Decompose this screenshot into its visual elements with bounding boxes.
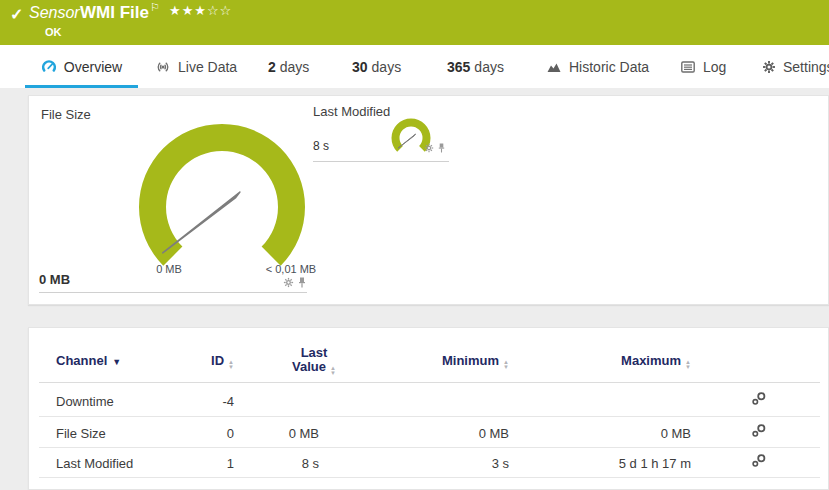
column-header-minimum[interactable]: Minimum▲▼ xyxy=(409,353,509,370)
channel-last-value: 0 MB xyxy=(229,426,319,441)
channel-minimum: 0 MB xyxy=(409,426,509,441)
channel-settings-icon[interactable] xyxy=(751,454,767,468)
column-header-label: Last xyxy=(301,345,328,360)
tab-30-days[interactable]: 30 days xyxy=(352,45,401,88)
tab-settings[interactable]: Settings xyxy=(762,45,829,88)
header-divider xyxy=(39,382,820,383)
live-data-icon xyxy=(155,59,171,75)
priority-stars[interactable]: ★★★☆☆ xyxy=(169,3,232,18)
sensor-overview-page: ✓ Sensor WMI File ⚐ ★★★☆☆ OK Overview Li… xyxy=(0,0,829,490)
sort-icon[interactable]: ▲▼ xyxy=(330,366,336,376)
tab-live-data[interactable]: Live Data xyxy=(155,45,237,88)
last-modified-current-value: 8 s xyxy=(313,139,329,153)
pin-icon[interactable] xyxy=(437,143,446,153)
channel-name: Downtime xyxy=(56,394,114,409)
column-header-last-value[interactable]: Last Value▲▼ xyxy=(259,346,369,376)
last-modified-widget-divider xyxy=(313,161,449,162)
tab-365-days[interactable]: 365 days xyxy=(447,45,504,88)
channel-last-value: 8 s xyxy=(229,456,319,471)
sensor-kind-label: Sensor xyxy=(29,4,80,22)
chevron-down-icon: ▼ xyxy=(112,357,121,367)
tab-label: days xyxy=(280,59,310,75)
file-size-widget-divider xyxy=(39,292,307,293)
tab-label: days xyxy=(474,59,504,75)
gear-icon[interactable] xyxy=(424,143,434,153)
channel-minimum: 3 s xyxy=(409,456,509,471)
tab-log[interactable]: Log xyxy=(680,45,726,88)
gauge-scale-max: < 0,01 MB xyxy=(233,263,349,275)
flag-icon[interactable]: ⚐ xyxy=(150,1,160,14)
column-header-channel[interactable]: Channel▼ xyxy=(56,353,121,368)
sensor-status-header: ✓ Sensor WMI File ⚐ ★★★☆☆ OK xyxy=(0,0,829,45)
tab-bar: Overview Live Data 2 days 30 days 365 da… xyxy=(0,45,829,88)
gauges-panel: File Size 0 MB < 0,01 MB 0 MB xyxy=(28,95,829,305)
tab-number: 30 xyxy=(352,59,368,75)
file-size-current-value: 0 MB xyxy=(39,272,70,287)
gear-icon[interactable] xyxy=(283,277,294,288)
column-header-label: Channel xyxy=(56,353,107,368)
channel-settings-icon[interactable] xyxy=(751,424,767,438)
stars-empty[interactable]: ☆☆ xyxy=(207,3,232,18)
tab-label: Log xyxy=(703,59,726,75)
stars-filled[interactable]: ★★★ xyxy=(169,3,207,18)
column-header-label: Value xyxy=(292,359,326,374)
column-header-label: Minimum xyxy=(442,353,499,368)
column-header-maximum[interactable]: Maximum▲▼ xyxy=(559,353,691,370)
row-divider xyxy=(39,416,820,417)
tab-label: days xyxy=(372,59,402,75)
tab-historic-data[interactable]: Historic Data xyxy=(546,45,649,88)
channel-name: File Size xyxy=(56,426,106,441)
channel-maximum: 0 MB xyxy=(559,426,691,441)
channel-id: 0 xyxy=(174,426,234,441)
tab-number: 2 xyxy=(268,59,276,75)
sensor-status-text: OK xyxy=(45,26,62,38)
channel-settings-icon[interactable] xyxy=(751,392,767,406)
column-header-id[interactable]: ID▲▼ xyxy=(174,353,234,370)
last-modified-gauge-tools xyxy=(424,143,446,153)
gauge-icon xyxy=(41,59,57,75)
column-header-label: ID xyxy=(211,353,224,368)
tab-label: Settings xyxy=(783,59,829,75)
tab-overview[interactable]: Overview xyxy=(25,45,138,88)
chart-icon xyxy=(546,59,562,75)
file-size-gauge-tools xyxy=(283,277,307,288)
sort-icon[interactable]: ▲▼ xyxy=(685,360,691,370)
column-header-label: Maximum xyxy=(621,353,681,368)
row-divider xyxy=(39,477,820,478)
channels-table-panel: Channel▼ ID▲▼ Last Value▲▼ Minimum▲▼ Max… xyxy=(28,327,829,490)
channel-id: -4 xyxy=(174,394,234,409)
tab-number: 365 xyxy=(447,59,470,75)
row-divider xyxy=(39,447,820,448)
channel-id: 1 xyxy=(174,456,234,471)
active-tab-underline xyxy=(25,85,138,88)
channel-maximum: 5 d 1 h 17 m xyxy=(559,456,691,471)
file-size-gauge xyxy=(137,122,307,274)
file-size-gauge-title: File Size xyxy=(41,107,91,122)
sensor-title: WMI File xyxy=(80,3,149,23)
tab-label: Live Data xyxy=(178,59,237,75)
pin-icon[interactable] xyxy=(297,277,307,288)
tab-label: Historic Data xyxy=(569,59,649,75)
sort-icon[interactable]: ▲▼ xyxy=(503,360,509,370)
status-ok-check-icon: ✓ xyxy=(10,5,23,24)
channel-name: Last Modified xyxy=(56,456,133,471)
log-icon xyxy=(680,59,696,75)
last-modified-gauge-title: Last Modified xyxy=(313,104,390,119)
gauge-scale-min: 0 MB xyxy=(139,263,199,275)
sort-icon[interactable]: ▲▼ xyxy=(228,360,234,370)
tab-label: Overview xyxy=(64,59,122,75)
tab-2-days[interactable]: 2 days xyxy=(268,45,309,88)
gear-icon xyxy=(762,60,776,74)
